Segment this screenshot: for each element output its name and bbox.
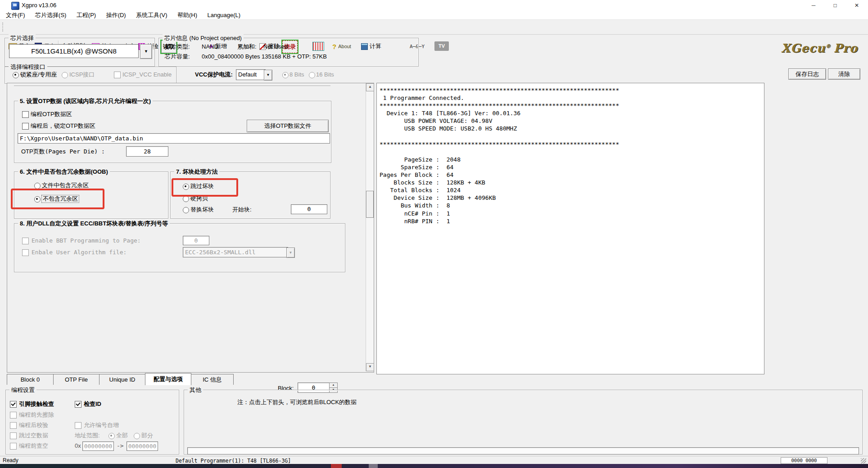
xgpro-window: { "window": { "title": "Xgpro v13.06" },…: [0, 0, 868, 468]
status-counter: 0000 0000: [781, 457, 827, 464]
maximize-button[interactable]: □: [825, 0, 845, 11]
other-group-label: 其他: [188, 386, 203, 394]
pin-check-checkbox[interactable]: [10, 401, 17, 408]
close-button[interactable]: ✕: [847, 0, 867, 11]
chip-info-group-label: 芯片信息 (No Project opened): [163, 34, 244, 42]
menu-chip-select[interactable]: 芯片选择(S): [31, 11, 70, 19]
icsp-vcc-checkbox-label[interactable]: ICSP_VCC Enable: [122, 71, 172, 78]
icsp-radio-label[interactable]: ICSP接口: [69, 71, 95, 78]
chip-select-group-label: 芯片选择: [9, 34, 36, 42]
choose-otp-file-button[interactable]: 选择OTP数据文件: [247, 120, 329, 132]
menu-language[interactable]: Language(L): [203, 11, 244, 19]
icsp-vcc-checkbox[interactable]: [114, 72, 121, 78]
bits8-radio[interactable]: [282, 72, 289, 78]
verify-after-label[interactable]: 编程后校验: [19, 422, 48, 429]
check-id-checkbox[interactable]: [75, 401, 81, 408]
socket-radio-label[interactable]: 锁紧座/专用座: [20, 71, 57, 78]
program-otp-label[interactable]: 编程OTP数据区: [31, 111, 72, 118]
address-all-label[interactable]: 全部: [116, 432, 128, 439]
save-log-button[interactable]: 保存日志: [788, 68, 826, 80]
address-range-label: 地址范围:: [75, 432, 100, 439]
oob-with-spare-label[interactable]: 文件中包含冗余区: [42, 182, 89, 189]
log-panel[interactable]: ****************************************…: [376, 83, 764, 374]
blank-before-label[interactable]: 编程前查空: [19, 442, 48, 450]
address-to-field[interactable]: 00000000: [127, 441, 158, 451]
chip-type-value: NAND: [202, 43, 218, 50]
settings-scrollbar[interactable]: ▲ ▼: [366, 83, 374, 371]
address-part-label[interactable]: 部分: [141, 432, 153, 439]
bbt-checkbox-label[interactable]: Enable BBT Programming to Page:: [32, 237, 141, 244]
oob-section-title: 6. 文件中是否包含冗余数据(OOB): [18, 168, 110, 176]
dll-section-group: 8. 用户DLL自定义设置 ECC/BBT坏块表/替换表/序列号等: [14, 223, 345, 272]
user-algorithm-label[interactable]: Enbale User Algorithm file:: [32, 249, 127, 256]
bbt-checkbox[interactable]: [22, 238, 29, 244]
vcc-combo-dropdown-button[interactable]: ▼: [264, 70, 272, 81]
user-algorithm-checkbox[interactable]: [22, 249, 29, 256]
bbt-page-field[interactable]: 0: [183, 236, 209, 245]
otp-pages-field[interactable]: 28: [126, 146, 168, 157]
icsp-radio[interactable]: [62, 72, 68, 78]
chip-select-combo[interactable]: F50L1G41LB(x4) @WSON8: [9, 44, 139, 58]
tv-button[interactable]: TV: [434, 41, 449, 51]
app-icon: [11, 2, 19, 10]
replace-bad-block-radio[interactable]: [183, 207, 189, 213]
toolbar-grip: [2, 22, 5, 32]
tab-ic-info[interactable]: IC 信息: [191, 374, 234, 385]
program-otp-checkbox[interactable]: [22, 111, 29, 118]
start-block-field[interactable]: 0: [291, 204, 327, 214]
dll-section-title: 8. 用户DLL自定义设置 ECC/BBT坏块表/替换表/序列号等: [18, 220, 170, 227]
scrollbar-thumb[interactable]: [366, 191, 374, 218]
socket-radio[interactable]: [13, 72, 19, 78]
chip-select-dropdown-button[interactable]: ▼: [140, 44, 152, 59]
address-arrow: ->: [117, 442, 124, 450]
lock-otp-label[interactable]: 编程后，锁定OTP数据区: [31, 122, 95, 130]
highlight-skip-bad-block: [172, 178, 238, 197]
hard-copy-radio[interactable]: [183, 196, 189, 202]
address-all-radio[interactable]: [108, 433, 115, 439]
address-part-radio[interactable]: [134, 433, 140, 439]
menu-system-tools[interactable]: 系统工具(V): [132, 11, 171, 19]
replace-bad-block-label[interactable]: 替换坏块: [190, 206, 214, 213]
address-from-field[interactable]: 00000000: [82, 441, 114, 451]
menu-help[interactable]: 帮助(H): [173, 11, 201, 19]
menu-operation[interactable]: 操作(D): [102, 11, 130, 19]
title-bar: Xgpro v13.06 ─ □ ✕: [0, 0, 868, 11]
dll-combo-dropdown-button[interactable]: ▼: [286, 248, 295, 258]
capacity-value: 0x00_08400000 Bytes 135168 KB + OTP: 57K…: [202, 53, 327, 60]
tab-unique-id[interactable]: Unique ID: [99, 374, 145, 385]
tab-block0[interactable]: Block 0: [7, 374, 54, 385]
otp-file-path-field[interactable]: F:\Xgpro\UserData\NAND\OTP_data.bin: [18, 133, 330, 144]
menu-file[interactable]: 文件(F): [2, 11, 29, 19]
window-title: Xgpro v13.06: [22, 2, 56, 9]
bits16-radio-label[interactable]: 16 Bits: [316, 71, 334, 78]
auto-increment-label[interactable]: 允许编号自增: [84, 422, 119, 429]
bits16-radio[interactable]: [309, 72, 315, 78]
otp-pages-label: OTP页数(Pages Per Die) :: [21, 148, 105, 155]
bits8-radio-label[interactable]: 8 Bits: [289, 71, 304, 78]
clear-log-button[interactable]: 清除: [828, 68, 860, 80]
check-id-label[interactable]: 检查ID: [84, 400, 101, 408]
blank-before-checkbox[interactable]: [10, 443, 17, 450]
resize-grip[interactable]: [861, 458, 866, 464]
oob-with-spare-radio[interactable]: [34, 183, 41, 189]
vcc-combo[interactable]: Default: [236, 69, 266, 80]
verify-after-checkbox[interactable]: [10, 422, 17, 429]
erase-before-checkbox[interactable]: [10, 412, 17, 418]
minimize-button[interactable]: ─: [804, 0, 823, 11]
scrollbar-down-button[interactable]: ▼: [366, 363, 374, 371]
tab-config-options[interactable]: 配置与选项: [145, 373, 191, 385]
skip-blank-checkbox[interactable]: [10, 432, 17, 439]
pin-check-label[interactable]: 引脚接触检查: [19, 400, 54, 408]
tab-otp-file[interactable]: OTP File: [53, 374, 99, 385]
start-block-label: 开始块:: [232, 206, 252, 213]
program-settings-label: 编程设置: [9, 386, 36, 394]
capacity-label: 芯片容量:: [165, 53, 190, 60]
lock-otp-checkbox[interactable]: [22, 123, 29, 130]
menu-project[interactable]: 工程(P): [72, 11, 100, 19]
auto-increment-checkbox[interactable]: [75, 422, 81, 429]
dll-file-combo[interactable]: ECC-256Bx2-SMALL.dll: [183, 247, 288, 257]
skip-blank-label[interactable]: 跳过空数据: [19, 432, 48, 439]
chip-info-group: 芯片信息 (No Project opened): [158, 38, 419, 67]
erase-before-label[interactable]: 编程前先擦除: [19, 411, 54, 418]
scrollbar-up-button[interactable]: ▲: [366, 83, 374, 91]
